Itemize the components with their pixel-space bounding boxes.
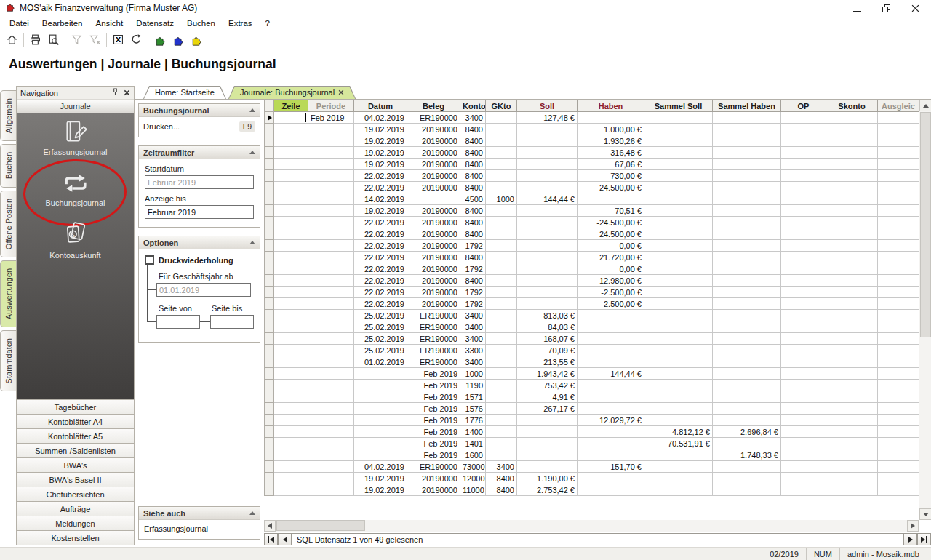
- cell-gkto[interactable]: [486, 321, 517, 333]
- cell-periode[interactable]: [308, 135, 354, 147]
- cell-soll[interactable]: [517, 217, 578, 228]
- row-selector[interactable]: [265, 182, 274, 193]
- cell-soll[interactable]: [517, 298, 578, 310]
- cell-beleg[interactable]: Feb 2019: [407, 391, 460, 403]
- cell-datum[interactable]: [354, 403, 407, 415]
- cell-op[interactable]: [781, 403, 826, 415]
- cell-gkto[interactable]: [486, 147, 517, 159]
- cell-op[interactable]: [781, 380, 826, 391]
- cell-ausgleich[interactable]: [878, 403, 919, 415]
- cell-op[interactable]: [781, 135, 826, 147]
- cell-ausgleich[interactable]: [878, 415, 919, 426]
- cell-ausgleich[interactable]: [878, 426, 919, 438]
- filter-clear-button[interactable]: [86, 32, 104, 48]
- cell-skonto[interactable]: [826, 426, 878, 438]
- cell-op[interactable]: [781, 124, 826, 135]
- cell-soll[interactable]: [517, 263, 578, 275]
- cell-konto[interactable]: 1792: [460, 263, 486, 275]
- collapse-icon[interactable]: [249, 151, 255, 154]
- print-button[interactable]: [26, 32, 44, 48]
- puzzle-blue-button[interactable]: [169, 32, 187, 48]
- cell-sammel_haben[interactable]: [713, 321, 781, 333]
- cell-beleg[interactable]: 20190000: [407, 159, 460, 170]
- cell-datum[interactable]: 19.02.2019: [354, 124, 407, 135]
- cell-sammel_soll[interactable]: [644, 345, 713, 356]
- cell-sammel_soll[interactable]: [644, 380, 713, 391]
- cell-datum[interactable]: 19.02.2019: [354, 484, 407, 496]
- cell-ausgleich[interactable]: [878, 356, 919, 368]
- cell-sammel_haben[interactable]: [713, 252, 781, 263]
- cell-ausgleich[interactable]: [878, 345, 919, 356]
- prev-record-button[interactable]: [278, 533, 292, 545]
- cell-datum[interactable]: 19.02.2019: [354, 205, 407, 217]
- cell-skonto[interactable]: [826, 147, 878, 159]
- cell-datum[interactable]: [354, 391, 407, 403]
- cell-op[interactable]: [781, 310, 826, 321]
- menu-item-buchen[interactable]: Buchen: [180, 17, 222, 29]
- cell-skonto[interactable]: [826, 228, 878, 240]
- cell-soll[interactable]: [517, 182, 578, 193]
- menu-item-bearbeiten[interactable]: Bearbeiten: [36, 17, 89, 29]
- cell-gkto[interactable]: [486, 182, 517, 193]
- cell-ausgleich[interactable]: [878, 159, 919, 170]
- cell-op[interactable]: [781, 240, 826, 252]
- cell-haben[interactable]: [578, 345, 644, 356]
- cell-zeile[interactable]: [274, 484, 308, 496]
- column-header-ausgleich[interactable]: Ausgleic: [878, 100, 919, 112]
- cell-periode[interactable]: [308, 321, 354, 333]
- cell-haben[interactable]: 144,44 €: [578, 368, 644, 380]
- menu-item-extras[interactable]: Extras: [222, 17, 259, 29]
- cell-konto[interactable]: 1576: [460, 403, 486, 415]
- cell-skonto[interactable]: [826, 368, 878, 380]
- cell-sammel_soll[interactable]: [644, 333, 713, 345]
- cell-soll[interactable]: [517, 461, 578, 473]
- cell-datum[interactable]: 22.02.2019: [354, 275, 407, 287]
- cell-periode[interactable]: [308, 333, 354, 345]
- cell-haben[interactable]: [578, 380, 644, 391]
- cell-ausgleich[interactable]: [878, 135, 919, 147]
- cell-gkto[interactable]: [486, 263, 517, 275]
- side-tab-stammdaten[interactable]: Stammdaten: [0, 330, 16, 391]
- nav-list-item-tagebucher[interactable]: Tagebücher: [17, 399, 134, 414]
- cell-sammel_soll[interactable]: [644, 356, 713, 368]
- cell-sammel_haben[interactable]: [713, 170, 781, 182]
- menu-item-datensatz[interactable]: Datensatz: [129, 17, 180, 29]
- cell-sammel_soll[interactable]: [644, 263, 713, 275]
- cell-konto[interactable]: 3400: [460, 356, 486, 368]
- cell-beleg[interactable]: ER190000: [407, 356, 460, 368]
- cell-periode[interactable]: [308, 449, 354, 461]
- cell-op[interactable]: [781, 193, 826, 205]
- cell-konto[interactable]: 8400: [460, 135, 486, 147]
- cell-skonto[interactable]: [826, 449, 878, 461]
- cell-datum[interactable]: 19.02.2019: [354, 147, 407, 159]
- cell-soll[interactable]: 2.753,42 €: [517, 484, 578, 496]
- cell-op[interactable]: [781, 112, 826, 124]
- cell-zeile[interactable]: [274, 159, 308, 170]
- cell-skonto[interactable]: [826, 380, 878, 391]
- cell-konto[interactable]: 1571: [460, 391, 486, 403]
- cell-konto[interactable]: 8400: [460, 275, 486, 287]
- cell-periode[interactable]: [308, 252, 354, 263]
- cell-sammel_haben[interactable]: [713, 438, 781, 449]
- cell-sammel_soll[interactable]: [644, 403, 713, 415]
- cell-sammel_haben[interactable]: [713, 135, 781, 147]
- collapse-icon[interactable]: [249, 108, 255, 112]
- cell-op[interactable]: [781, 275, 826, 287]
- filter-button[interactable]: [68, 32, 86, 48]
- cell-zeile[interactable]: [274, 310, 308, 321]
- nav-list-item-bwa-s[interactable]: BWA's: [17, 457, 134, 472]
- cell-ausgleich[interactable]: [878, 170, 919, 182]
- scroll-down-button[interactable]: [919, 508, 931, 520]
- cell-op[interactable]: [781, 147, 826, 159]
- cell-skonto[interactable]: [826, 182, 878, 193]
- cell-datum[interactable]: 04.02.2019: [354, 461, 407, 473]
- cell-soll[interactable]: 1.190,00 €: [517, 473, 578, 484]
- row-selector[interactable]: [265, 345, 274, 356]
- cell-sammel_soll[interactable]: [644, 135, 713, 147]
- cell-datum[interactable]: 25.02.2019: [354, 310, 407, 321]
- cell-beleg[interactable]: 20190000: [407, 275, 460, 287]
- row-selector[interactable]: [265, 159, 274, 170]
- nav-item-kontoauskunft[interactable]: $Kontoauskunft: [17, 221, 134, 260]
- cell-ausgleich[interactable]: [878, 263, 919, 275]
- cell-haben[interactable]: 0,00 €: [578, 240, 644, 252]
